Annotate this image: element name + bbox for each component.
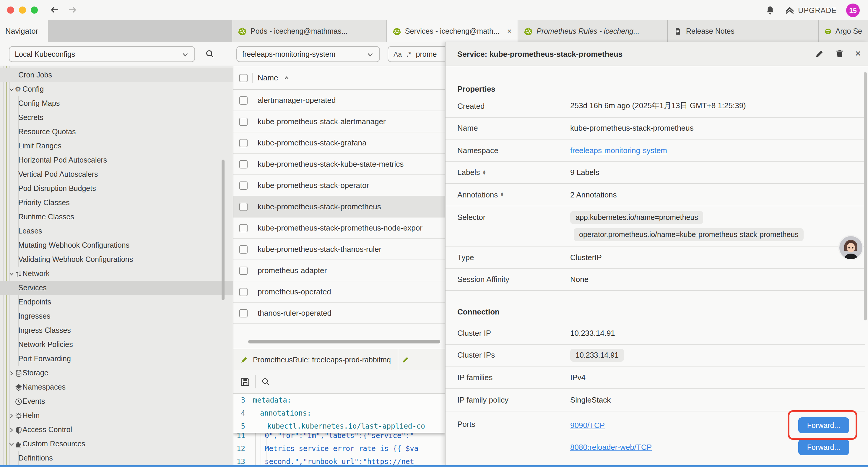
sidebar-scrollbar[interactable] <box>222 159 224 300</box>
sidebar-group-helm[interactable]: Helm <box>0 408 234 423</box>
notifications-bell-icon[interactable] <box>765 5 775 16</box>
sort-ascending-icon[interactable] <box>283 74 290 81</box>
sidebar-item-pod-disruption-budgets[interactable]: Pod Disruption Budgets <box>0 181 234 196</box>
property-row-name: Name kube-prometheus-stack-prometheus <box>445 117 865 140</box>
sidebar-item-endpoints[interactable]: Endpoints <box>0 295 234 309</box>
minimize-window-button[interactable] <box>19 6 26 13</box>
row-checkbox[interactable] <box>239 117 248 126</box>
sidebar-item-leases[interactable]: Leases <box>0 224 234 238</box>
tab-services[interactable]: Services - icecheng@math... × <box>387 20 518 42</box>
property-row-ip-families: IP families IPv4 <box>445 367 865 389</box>
row-checkbox[interactable] <box>239 288 248 296</box>
sidebar-group-config[interactable]: ⚙ Config <box>0 82 234 96</box>
sidebar-item-ingresses[interactable]: Ingresses <box>0 309 234 323</box>
sidebar-group-custom-resources[interactable]: Custom Resources <box>0 437 234 451</box>
name-column-header[interactable]: Name <box>258 73 278 82</box>
table-row[interactable]: kube-prometheus-stack-operator <box>234 175 445 196</box>
sidebar-item-vertical-pod-autoscalers[interactable]: Vertical Pod Autoscalers <box>0 167 234 181</box>
divider <box>255 375 256 388</box>
sidebar-item-horizontal-pod-autoscalers[interactable]: Horizontal Pod Autoscalers <box>0 153 234 167</box>
table-row[interactable]: thanos-ruler-operated <box>234 303 445 324</box>
row-checkbox[interactable] <box>239 202 248 211</box>
table-row[interactable]: kube-prometheus-stack-grafana <box>234 133 445 154</box>
expand-collapse-icon[interactable]: ▴▾ <box>483 170 486 175</box>
close-window-button[interactable] <box>7 6 14 13</box>
forward-arrow-icon[interactable] <box>67 5 78 15</box>
table-row[interactable]: kube-prometheus-stack-alertmanager <box>234 111 445 133</box>
editor-tab-prometheusrule[interactable]: PrometheusRule: freeleaps-prod-rabbitmq <box>234 349 399 370</box>
sidebar-item-services[interactable]: Services <box>0 281 234 295</box>
sidebar-item-definitions[interactable]: Definitions <box>0 451 234 465</box>
horizontal-scrollbar[interactable] <box>248 340 440 344</box>
expand-collapse-icon[interactable]: ▴▾ <box>501 193 503 197</box>
fold-guide <box>255 429 256 465</box>
sidebar-item-secrets[interactable]: Secrets <box>0 111 234 125</box>
match-case-icon[interactable]: Aa <box>394 51 402 58</box>
row-checkbox[interactable] <box>239 160 248 168</box>
table-row[interactable]: kube-prometheus-stack-prometheus-node-ex… <box>234 217 445 239</box>
sidebar-item-validating-webhook-configurations[interactable]: Validating Webhook Configurations <box>0 253 234 267</box>
yaml-editor[interactable]: 11 0","for":"1m","labels":{"service":" 1… <box>234 394 445 465</box>
table-row-selected[interactable]: kube-prometheus-stack-prometheus <box>234 196 445 217</box>
row-checkbox[interactable] <box>239 139 248 147</box>
sidebar-group-network[interactable]: Network <box>0 267 234 281</box>
table-row[interactable]: prometheus-adapter <box>234 260 445 282</box>
sidebar-group-storage[interactable]: Storage <box>0 366 234 380</box>
sidebar-item-mutating-webhook-configurations[interactable]: Mutating Webhook Configurations <box>0 238 234 253</box>
upgrade-button[interactable]: UPGRADE <box>784 5 837 16</box>
navigator-panel-tab[interactable]: Navigator <box>0 20 49 42</box>
sidebar-item-namespaces[interactable]: Namespaces <box>0 380 234 394</box>
tab-release-notes[interactable]: Release Notes <box>668 20 819 42</box>
delete-trash-icon[interactable] <box>835 49 844 59</box>
kubeconfig-selector[interactable]: Local Kubeconfigs <box>9 46 195 62</box>
save-icon[interactable] <box>241 377 250 386</box>
row-checkbox[interactable] <box>239 181 248 189</box>
row-checkbox[interactable] <box>239 266 248 274</box>
notification-count-badge[interactable]: 15 <box>846 4 860 17</box>
row-checkbox[interactable] <box>239 96 248 104</box>
chevron-right-icon <box>8 412 15 419</box>
maximize-window-button[interactable] <box>31 6 38 13</box>
table-row[interactable]: prometheus-operated <box>234 282 445 303</box>
property-row-cluster-ip: Cluster IP 10.233.14.91 <box>445 322 865 344</box>
upgrade-label: UPGRADE <box>798 6 837 14</box>
tab-pods[interactable]: Pods - icecheng@mathmas... <box>232 20 387 42</box>
edit-pencil-icon[interactable] <box>815 49 824 59</box>
editor-tab-partial[interactable] <box>399 349 445 370</box>
port-link-8080[interactable]: 8080:reloader-web/TCP <box>570 443 652 451</box>
table-row[interactable]: kube-prometheus-stack-thanos-ruler <box>234 239 445 260</box>
sidebar-item-port-forwarding[interactable]: Port Forwarding <box>0 352 234 366</box>
row-checkbox[interactable] <box>239 309 248 317</box>
code-line: 4 annotations: <box>234 407 445 420</box>
row-checkbox[interactable] <box>239 245 248 253</box>
sidebar-group-access-control[interactable]: Access Control <box>0 423 234 437</box>
back-arrow-icon[interactable] <box>50 5 60 15</box>
sidebar-item-events[interactable]: Events <box>0 394 234 408</box>
sidebar-item-ingress-classes[interactable]: Ingress Classes <box>0 323 234 338</box>
sidebar-item-network-policies[interactable]: Network Policies <box>0 338 234 352</box>
sidebar-item-priority-classes[interactable]: Priority Classes <box>0 196 234 210</box>
sidebar-item-cron-jobs[interactable]: Cron Jobs <box>0 68 234 82</box>
select-all-checkbox[interactable] <box>239 74 248 82</box>
editor-search-icon[interactable] <box>261 377 270 386</box>
sidebar-item-limit-ranges[interactable]: Limit Ranges <box>0 139 234 153</box>
namespace-selector[interactable]: freeleaps-monitoring-system <box>236 46 380 62</box>
port-link-9090[interactable]: 9090/TCP <box>570 421 605 430</box>
close-panel-icon[interactable]: × <box>855 48 861 60</box>
sidebar-item-resource-quotas[interactable]: Resource Quotas <box>0 125 234 139</box>
namespace-link[interactable]: freeleaps-monitoring-system <box>570 146 667 155</box>
table-row[interactable]: alertmanager-operated <box>234 90 445 111</box>
forward-button-8080[interactable]: Forward... <box>798 439 849 455</box>
sidebar-item-config-maps[interactable]: Config Maps <box>0 96 234 111</box>
regex-icon[interactable]: .* <box>406 51 411 58</box>
tab-argo[interactable]: Argo Se <box>819 20 868 42</box>
close-tab-icon[interactable]: × <box>507 27 512 35</box>
tab-prometheus-rules[interactable]: Prometheus Rules - icecheng... <box>518 20 668 42</box>
table-row[interactable]: kube-prometheus-stack-kube-state-metrics <box>234 154 445 175</box>
row-checkbox[interactable] <box>239 224 248 232</box>
sidebar-search-icon[interactable] <box>205 49 215 59</box>
sidebar-item-runtime-classes[interactable]: Runtime Classes <box>0 210 234 224</box>
detail-scrollbar[interactable] <box>864 72 867 320</box>
assistant-avatar[interactable] <box>838 235 863 262</box>
runbook-url-link[interactable]: https://net <box>367 458 414 465</box>
